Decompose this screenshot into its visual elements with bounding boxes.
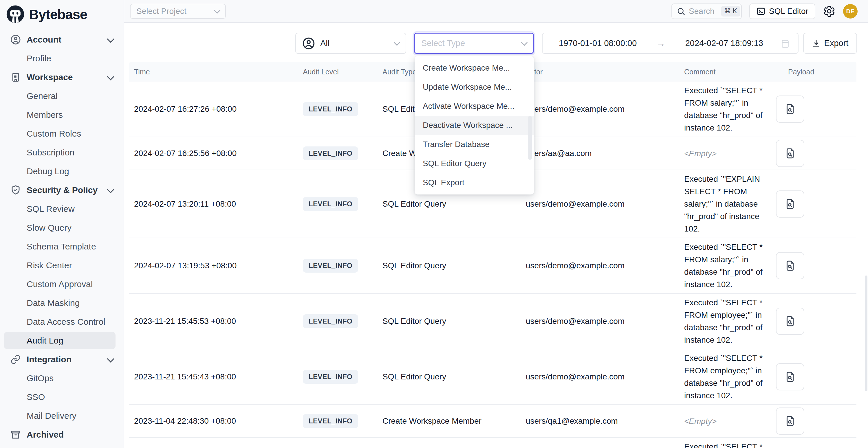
date-to-value[interactable]: 2024-02-07 18:09:13 xyxy=(685,38,763,48)
sidebar-item-sso[interactable]: SSO xyxy=(0,387,124,406)
chevron-down-icon xyxy=(107,355,114,362)
type-option-update-workspace-me[interactable]: Update Workspace Me... xyxy=(414,77,534,97)
sidebar-item-custom-roles[interactable]: Custom Roles xyxy=(0,124,124,143)
page-scrollbar[interactable] xyxy=(865,276,867,391)
view-payload-button[interactable] xyxy=(776,96,804,123)
cell-time: 2023-11-21 15:45:53 +08:00 xyxy=(129,317,303,326)
sidebar-item-security-policy[interactable]: Security & Policy xyxy=(0,181,124,199)
sidebar-item-schema-template[interactable]: Schema Template xyxy=(0,237,124,256)
view-payload-button[interactable] xyxy=(776,140,804,167)
sidebar-item-mail-delivery[interactable]: Mail Delivery xyxy=(0,406,124,425)
chevron-down-icon xyxy=(521,39,528,46)
chevron-down-icon xyxy=(107,186,114,193)
level-badge: LEVEL_INFO xyxy=(303,314,358,328)
actor-filter-select[interactable]: All xyxy=(295,33,406,54)
cell-actor: users/demo@example.com xyxy=(526,104,684,114)
cell-audit-level: LEVEL_INFO xyxy=(303,314,382,328)
chevron-down-icon xyxy=(107,35,114,42)
sql-editor-button[interactable]: SQL Editor xyxy=(749,3,815,19)
sidebar-item-label: Mail Delivery xyxy=(27,411,76,421)
project-select[interactable]: Select Project xyxy=(130,4,226,19)
sidebar-item-account[interactable]: Account xyxy=(0,30,124,49)
view-payload-button[interactable] xyxy=(776,408,804,435)
cell-audit-level: LEVEL_INFO xyxy=(303,414,382,428)
terminal-icon xyxy=(756,7,766,16)
level-badge: LEVEL_INFO xyxy=(303,259,358,273)
settings-button[interactable] xyxy=(823,5,836,18)
sidebar-item-gitops[interactable]: GitOps xyxy=(0,369,124,387)
sidebar-item-label: Audit Log xyxy=(27,336,63,346)
type-option-create-workspace-me[interactable]: Create Workspace Me... xyxy=(414,59,534,77)
avatar[interactable]: DE xyxy=(843,4,858,19)
brand[interactable]: Bytebase xyxy=(0,0,124,26)
type-option-sql-export[interactable]: SQL Export xyxy=(414,173,534,192)
export-button[interactable]: Export xyxy=(803,33,857,54)
column-header-time: Time xyxy=(129,68,303,76)
level-badge: LEVEL_INFO xyxy=(303,197,358,211)
cell-comment: Executed `"EXPLAIN SELECT * FROM salary;… xyxy=(684,173,776,235)
sidebar-item-risk-center[interactable]: Risk Center xyxy=(0,256,124,275)
file-search-icon xyxy=(784,103,796,115)
sidebar-item-label: GitOps xyxy=(27,373,54,383)
sidebar-item-subscription[interactable]: Subscription xyxy=(0,143,124,162)
search-input[interactable] xyxy=(688,6,718,16)
sidebar-item-label: Subscription xyxy=(27,148,74,157)
sidebar-item-custom-approval[interactable]: Custom Approval xyxy=(0,275,124,293)
sidebar-item-workspace[interactable]: Workspace xyxy=(0,68,124,87)
type-option-activate-workspace-me[interactable]: Activate Workspace Me... xyxy=(414,97,534,116)
cell-actor: users/demo@example.com xyxy=(526,261,684,270)
sidebar-item-general[interactable]: General xyxy=(0,87,124,105)
chevron-down-icon xyxy=(214,7,221,13)
sidebar-item-archived[interactable]: Archived xyxy=(0,425,124,444)
view-payload-button[interactable] xyxy=(776,308,804,335)
column-header-audit-level: Audit Level xyxy=(303,68,382,76)
sql-editor-label: SQL Editor xyxy=(769,7,808,16)
cell-audit-type: SQL Editor Query xyxy=(382,199,526,209)
search-box[interactable]: ⌘ K xyxy=(672,3,742,19)
sidebar-item-label: Security & Policy xyxy=(27,185,98,195)
sidebar-item-label: Custom Approval xyxy=(27,279,93,289)
cell-actor: users/aa@aa.com xyxy=(526,149,684,158)
sidebar-item-slow-query[interactable]: Slow Query xyxy=(0,218,124,237)
cell-audit-type: SQL Editor Query xyxy=(382,317,526,326)
type-option-deactivate-workspace[interactable]: Deactivate Workspace ... xyxy=(414,116,534,135)
type-option-sql-editor-query[interactable]: SQL Editor Query xyxy=(414,154,534,173)
cell-time: 2024-02-07 16:25:56 +08:00 xyxy=(129,149,303,158)
level-badge: LEVEL_INFO xyxy=(303,414,358,428)
sidebar-item-members[interactable]: Members xyxy=(0,105,124,124)
date-from-value[interactable]: 1970-01-01 08:00:00 xyxy=(559,38,637,48)
sidebar-item-label: Workspace xyxy=(27,72,73,82)
sidebar-item-sql-review[interactable]: SQL Review xyxy=(0,199,124,218)
cell-time: 2023-11-04 22:48:30 +08:00 xyxy=(129,416,303,426)
cell-comment: <Empty> xyxy=(684,415,776,427)
cell-payload xyxy=(776,308,857,335)
download-icon xyxy=(812,39,820,48)
column-header-comment: Comment xyxy=(684,68,776,76)
sidebar-item-data-masking[interactable]: Data Masking xyxy=(0,293,124,312)
bytebase-logo-icon xyxy=(6,5,25,24)
sidebar-item-label: Debug Log xyxy=(27,166,69,176)
dropdown-scrollbar[interactable] xyxy=(528,116,532,160)
file-search-icon xyxy=(784,260,796,272)
view-payload-button[interactable] xyxy=(776,252,804,279)
sidebar-item-label: Account xyxy=(27,35,61,44)
sidebar-item-integration[interactable]: Integration xyxy=(0,350,124,369)
view-payload-button[interactable] xyxy=(776,363,804,390)
user-circle-icon xyxy=(302,37,315,50)
type-option-transfer-database[interactable]: Transfer Database xyxy=(414,135,534,154)
file-search-icon xyxy=(784,315,796,327)
type-select[interactable]: Select Type xyxy=(414,33,534,54)
date-range-picker[interactable]: 1970-01-01 08:00:00 → 2024-02-07 18:09:1… xyxy=(542,33,799,54)
sidebar-item-debug-log[interactable]: Debug Log xyxy=(0,162,124,181)
cell-actor: users/demo@example.com xyxy=(526,317,684,326)
file-search-icon xyxy=(784,371,796,383)
cell-comment: Executed `"SELECT * FROM department;"` i… xyxy=(684,441,776,448)
view-payload-button[interactable] xyxy=(776,190,804,218)
sidebar-item-audit-log[interactable]: Audit Log xyxy=(0,331,124,350)
cell-audit-type: Create Workspace Member xyxy=(382,416,526,426)
sidebar-item-profile[interactable]: Profile xyxy=(0,49,124,68)
table-row: 2023-11-04 22:48:30 +08:00 LEVEL_INFO Cr… xyxy=(129,404,857,437)
sidebar-item-data-access-control[interactable]: Data Access Control xyxy=(0,312,124,331)
sidebar-item-label: Members xyxy=(27,110,63,120)
cell-comment: Executed `"SELECT * FROM employee;"` in … xyxy=(684,352,776,402)
